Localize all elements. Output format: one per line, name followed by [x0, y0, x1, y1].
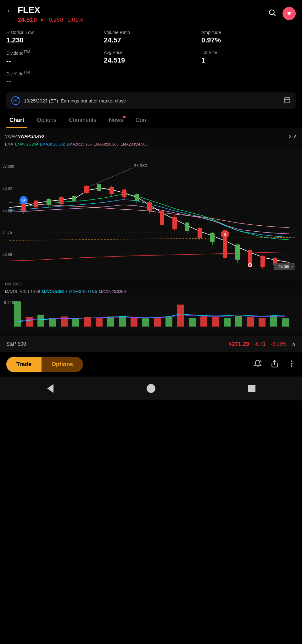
- svg-point-100: [291, 361, 292, 361]
- stat-label-historical-low: Historical Low: [6, 30, 101, 35]
- svg-rect-94: [247, 317, 254, 327]
- favorite-button[interactable]: ♥: [282, 7, 296, 20]
- svg-rect-24: [47, 199, 51, 205]
- sp500-values: 4271.29 -6.71 -0.16% ∧: [229, 341, 296, 348]
- stat-amplitude: Amplitude 0.97%: [201, 30, 296, 44]
- svg-rect-93: [235, 316, 242, 327]
- nav-back-button[interactable]: [43, 382, 57, 395]
- volume-chart[interactable]: 8.726M: [0, 295, 302, 333]
- chart-controls[interactable]: 2 ∧: [289, 133, 297, 139]
- nav-recents-button[interactable]: [245, 382, 259, 395]
- bell-button[interactable]: [254, 360, 262, 370]
- tab-comments[interactable]: Comments: [63, 113, 103, 128]
- stat-value-lot-size: 1: [201, 56, 296, 64]
- earnings-text: 10/25/2023 (ET) Earnings out after marke…: [24, 98, 280, 103]
- svg-rect-83: [119, 316, 126, 327]
- svg-rect-72: [0, 295, 302, 333]
- svg-rect-80: [84, 317, 91, 327]
- svg-rect-36: [122, 190, 126, 197]
- ema200-value: EMA200:24.563: [120, 142, 148, 146]
- action-icons: [254, 360, 296, 370]
- svg-text:B: B: [22, 198, 25, 202]
- stat-label-div-yield: Div YieldTTM: [6, 71, 101, 76]
- stat-value-div-yield: --: [6, 77, 101, 85]
- svg-rect-91: [212, 317, 219, 327]
- stat-label-amplitude: Amplitude: [201, 30, 296, 35]
- calendar-icon[interactable]: [284, 96, 291, 105]
- trade-options-group: Trade Options: [6, 357, 83, 372]
- chart-header: VWAP VWAP:24.490 2 ∧: [0, 131, 302, 141]
- sp500-bar: S&P 500 4271.29 -6.71 -0.16% ∧: [0, 336, 302, 352]
- back-button[interactable]: ←: [6, 7, 13, 15]
- svg-rect-46: [185, 223, 189, 231]
- tab-con[interactable]: Con: [129, 113, 152, 128]
- svg-rect-85: [142, 318, 149, 327]
- svg-rect-75: [26, 317, 33, 327]
- stock-price: 24.510: [18, 16, 37, 24]
- svg-rect-89: [189, 318, 196, 327]
- ema20-value: EMA20:25.965: [67, 142, 92, 146]
- sp500-expand-button[interactable]: ∧: [292, 341, 296, 348]
- stat-lot-size: Lot Size 1: [201, 50, 296, 65]
- svg-rect-30: [84, 186, 89, 193]
- stat-value-volume-ratio: 24.57: [104, 36, 198, 44]
- svg-rect-92: [224, 318, 231, 327]
- vwap-info: VWAP VWAP:24.490: [5, 134, 44, 139]
- nav-home-button[interactable]: [144, 382, 158, 395]
- svg-rect-48: [198, 228, 202, 238]
- svg-text:27.380: 27.380: [3, 164, 14, 169]
- tab-news[interactable]: News: [103, 113, 129, 128]
- candlestick-chart[interactable]: 27.380 26.92 25.83 24.75 23.66: [0, 148, 302, 280]
- svg-rect-97: [282, 318, 289, 327]
- search-button[interactable]: [268, 8, 276, 19]
- ema50-value: EMA50:26.208: [94, 142, 119, 146]
- ticker-symbol: FLEX: [18, 5, 83, 15]
- svg-rect-95: [259, 318, 266, 327]
- tab-bar: Chart Options Comments News Con: [0, 113, 302, 128]
- price-row: 24.510 ▼ -0.250 -1.01%: [18, 16, 83, 24]
- share-button[interactable]: [271, 360, 279, 370]
- svg-rect-38: [135, 194, 139, 201]
- tab-options[interactable]: Options: [31, 113, 63, 128]
- sp500-change-pct: -0.16%: [271, 341, 287, 347]
- price-direction-icon: ▼: [39, 17, 44, 23]
- header: ← FLEX 24.510 ▼ -0.250 -1.01% ♥: [0, 0, 302, 27]
- sp500-label: S&P 500: [6, 341, 26, 347]
- svg-rect-82: [107, 316, 114, 327]
- svg-rect-86: [154, 318, 161, 327]
- trade-button[interactable]: Trade: [6, 357, 42, 372]
- mavol20-value: MAVOL20:335.3: [99, 289, 126, 294]
- svg-rect-96: [270, 316, 277, 327]
- stat-label-dividend: DividendTTM: [6, 50, 101, 56]
- stat-value-dividend: --: [6, 57, 101, 65]
- svg-line-98: [260, 361, 261, 361]
- svg-rect-2: [285, 97, 290, 103]
- svg-rect-42: [160, 211, 164, 225]
- svg-rect-52: [223, 237, 227, 258]
- svg-point-101: [291, 363, 292, 364]
- svg-rect-90: [200, 316, 207, 327]
- more-button[interactable]: [288, 360, 296, 370]
- price-change: -0.250: [47, 17, 63, 23]
- stats-grid: Historical Low 1.230 Volume Ratio 24.57 …: [0, 27, 302, 89]
- svg-rect-32: [97, 184, 101, 191]
- stat-avg-price: Avg Price 24.519: [104, 50, 198, 65]
- tab-chart[interactable]: Chart: [3, 113, 31, 128]
- earnings-bar: 10/25/2023 (ET) Earnings out after marke…: [6, 92, 296, 109]
- ema10-value: EMA10:25.682: [40, 142, 65, 146]
- options-button[interactable]: Options: [42, 357, 83, 372]
- chart-section: VWAP VWAP:24.490 2 ∧ EMA EMA5:25.249 EMA…: [0, 128, 302, 336]
- stock-info: FLEX 24.510 ▼ -0.250 -1.01%: [18, 5, 83, 24]
- sp500-change: -6.71: [254, 341, 266, 347]
- ema-label: EMA: [5, 142, 13, 146]
- vwap-value: VWAP:24.490: [18, 134, 44, 139]
- svg-rect-20: [21, 204, 26, 211]
- svg-rect-84: [131, 317, 137, 327]
- svg-rect-34: [109, 187, 114, 194]
- mavol5-value: MAVOL5:369.7: [42, 289, 67, 294]
- stat-volume-ratio: Volume Ratio 24.57: [104, 30, 198, 44]
- svg-text:⤢: ⤢: [291, 265, 294, 268]
- svg-rect-50: [210, 233, 215, 242]
- sp500-price: 4271.29: [229, 341, 249, 348]
- svg-rect-22: [34, 201, 38, 207]
